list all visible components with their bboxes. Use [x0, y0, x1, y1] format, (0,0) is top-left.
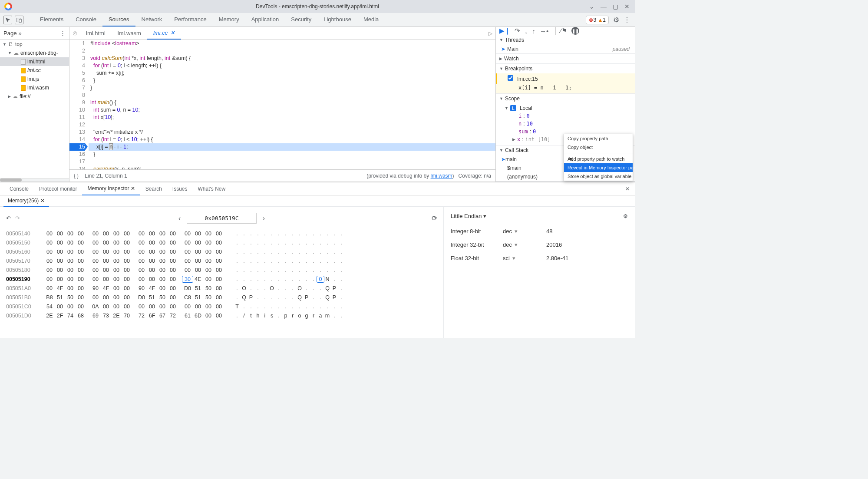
debug-toolbar: ▶❙ ↷ ↓ ↑ →• ⁄⚑ ❚❚ — [496, 27, 635, 35]
redo-icon[interactable]: ↷ — [15, 215, 20, 221]
run-snippet-icon[interactable]: ▷ — [485, 30, 495, 36]
hex-row[interactable]: 0050516000000000000000000000000000000000… — [6, 247, 437, 256]
code-area[interactable]: 123456789101112131415161718192021 #inclu… — [69, 40, 495, 169]
tree-file-origin[interactable]: ▶file:// — [0, 92, 69, 101]
main-tab-performance[interactable]: Performance — [168, 13, 212, 26]
tree-file[interactable]: lmi.cc — [0, 66, 69, 75]
wasm-source-link[interactable]: lmi.wasm — [431, 173, 452, 179]
drawer-tab[interactable]: Console — [4, 183, 34, 195]
page-kebab-icon[interactable]: ⋮ — [60, 30, 66, 36]
tree-origin[interactable]: ▼emscripten-dbg- — [0, 49, 69, 57]
address-input[interactable]: 0x0050519C — [187, 213, 256, 224]
main-tab-lighthouse[interactable]: Lighthouse — [317, 13, 357, 26]
context-menu-item[interactable]: Store object as global variable — [564, 172, 633, 181]
titlebar: DevTools - emscripten-dbg-stories.netlif… — [0, 0, 635, 13]
hex-row[interactable]: 005051C0540000000A0000000000000000000000… — [6, 302, 437, 311]
tree-top[interactable]: ▼🗋top — [0, 40, 69, 49]
chevron-down-icon[interactable]: ⌄ — [589, 3, 594, 10]
context-menu-item[interactable]: Copy property path — [564, 134, 633, 143]
memory-tab[interactable]: Memory(256)✕ — [3, 195, 49, 207]
hex-row[interactable]: 005051A0004F0000904F0000904F0000D0515000… — [6, 284, 437, 293]
threads-header[interactable]: ▼Threads — [496, 35, 635, 45]
braces-icon[interactable]: { } — [74, 173, 79, 179]
main-tab-security[interactable]: Security — [285, 13, 317, 26]
main-tab-media[interactable]: Media — [357, 13, 385, 26]
deactivate-breakpoints-icon[interactable]: ⁄⚑ — [555, 27, 567, 35]
editor-tab[interactable]: lmi.html — [80, 27, 112, 39]
device-toolbar-icon[interactable] — [15, 16, 23, 24]
breakpoint-checkbox[interactable] — [508, 75, 513, 81]
close-drawer-icon[interactable]: ✕ — [625, 186, 635, 192]
hex-row[interactable]: 0050518000000000000000000000000000000000… — [6, 265, 437, 274]
step-over-icon[interactable]: ↷ — [515, 27, 520, 35]
resume-icon[interactable]: ▶❙ — [499, 27, 510, 35]
refresh-icon[interactable]: ⟳ — [432, 214, 437, 222]
minimize-icon[interactable]: — — [601, 3, 607, 10]
hex-row[interactable]: 005051B0B851500000000000D0515000C8515000… — [6, 293, 437, 302]
main-tab-network[interactable]: Network — [135, 13, 168, 26]
editor-tab[interactable]: lmi.cc✕ — [147, 27, 181, 40]
next-page-icon[interactable]: › — [263, 215, 265, 222]
main-tab-console[interactable]: Console — [69, 13, 102, 26]
prev-page-icon[interactable]: ‹ — [178, 215, 181, 222]
hex-row[interactable]: 0050514000000000000000000000000000000000… — [6, 229, 437, 238]
hex-row[interactable]: 0050515000000000000000000000000000000000… — [6, 238, 437, 247]
drawer-tab[interactable]: Search — [140, 183, 167, 195]
editor-status-bar: { } Line 21, Column 1 (provided via debu… — [69, 169, 495, 182]
more-chevron-icon[interactable]: » — [18, 30, 21, 36]
scope-var[interactable]: n: 10 — [505, 120, 631, 128]
hex-row[interactable]: 00505190000000000000000000000000304E0000… — [6, 274, 437, 284]
editor-tab[interactable]: lmi.wasm — [112, 27, 147, 39]
maximize-icon[interactable]: ▢ — [613, 3, 618, 10]
scope-header[interactable]: ▼Scope — [496, 94, 635, 103]
drawer-tab[interactable]: Protocol monitor — [34, 183, 82, 195]
main-tabs: ElementsConsoleSourcesNetworkPerformance… — [34, 13, 385, 26]
breakpoints-header[interactable]: ▼Breakpoints — [496, 64, 635, 73]
page-panel-title[interactable]: Page — [3, 30, 17, 36]
context-menu-item[interactable]: Reveal in Memory Inspector panel — [564, 163, 633, 172]
breakpoint-item[interactable]: lmi.cc:15 — [496, 73, 635, 84]
scope-var[interactable]: i: 0 — [505, 112, 631, 120]
pause-on-exceptions-icon[interactable]: ❚❚ — [571, 27, 579, 35]
hex-row[interactable]: 0050517000000000000000000000000000000000… — [6, 256, 437, 265]
drawer-tab[interactable]: Issues — [167, 183, 193, 195]
types-settings-icon[interactable]: ⚙ — [623, 213, 628, 219]
tree-file[interactable]: lmi.js — [0, 75, 69, 83]
undo-icon[interactable]: ↶ — [6, 215, 11, 221]
scope-local[interactable]: ▼LLocal — [505, 104, 631, 112]
hex-viewer: ↶ ↷ ‹ 0x0050519C › ⟳ 0050514000000000000… — [0, 207, 444, 338]
main-tab-memory[interactable]: Memory — [213, 13, 245, 26]
settings-gear-icon[interactable]: ⚙ — [613, 16, 619, 24]
main-tab-application[interactable]: Application — [245, 13, 285, 26]
nav-back-icon[interactable]: ⧀ — [69, 30, 80, 36]
format-select[interactable]: dec ▾ — [503, 241, 546, 248]
more-kebab-icon[interactable]: ⋮ — [624, 16, 630, 24]
scrollbar[interactable] — [0, 178, 69, 182]
step-into-icon[interactable]: ↓ — [525, 27, 528, 35]
tree-file[interactable]: lmi.wasm — [0, 83, 69, 92]
inspect-element-icon[interactable] — [3, 16, 12, 24]
drawer-tab[interactable]: Memory Inspector ✕ — [82, 182, 140, 195]
context-menu-item[interactable]: Copy object — [564, 143, 633, 152]
main-tab-elements[interactable]: Elements — [34, 13, 69, 26]
format-select[interactable]: dec ▾ — [503, 228, 546, 235]
close-tab-icon[interactable]: ✕ — [131, 185, 135, 192]
line-gutter[interactable]: 123456789101112131415161718192021 — [69, 40, 89, 169]
value-interpreter: Little Endian ▾ ⚙ Integer 8-bitdec ▾48In… — [444, 207, 635, 338]
tree-file[interactable]: lmi.html — [0, 57, 69, 66]
format-select[interactable]: sci ▾ — [503, 255, 546, 261]
endian-select[interactable]: Little Endian ▾ — [451, 213, 486, 219]
close-tab-icon[interactable]: ✕ — [40, 198, 45, 204]
close-icon[interactable]: ✕ — [624, 3, 630, 10]
main-tab-sources[interactable]: Sources — [102, 13, 135, 26]
status-counter[interactable]: ⊗ 3 ▲ 1 — [586, 16, 609, 24]
code-lines[interactable]: #include <iostream>void calcSum(int *x, … — [89, 40, 495, 169]
thread-row[interactable]: ➤Mainpaused — [496, 45, 635, 53]
hex-row[interactable]: 005051D02E2F746869732E70726F6772616D0000… — [6, 311, 437, 320]
watch-header[interactable]: ▶Watch — [496, 54, 635, 63]
context-menu-item[interactable]: Add property path to watch — [564, 155, 633, 163]
step-out-icon[interactable]: ↑ — [532, 27, 536, 35]
drawer-tab[interactable]: What's New — [193, 183, 231, 195]
step-icon[interactable]: →• — [540, 27, 548, 35]
close-tab-icon[interactable]: ✕ — [170, 30, 175, 36]
